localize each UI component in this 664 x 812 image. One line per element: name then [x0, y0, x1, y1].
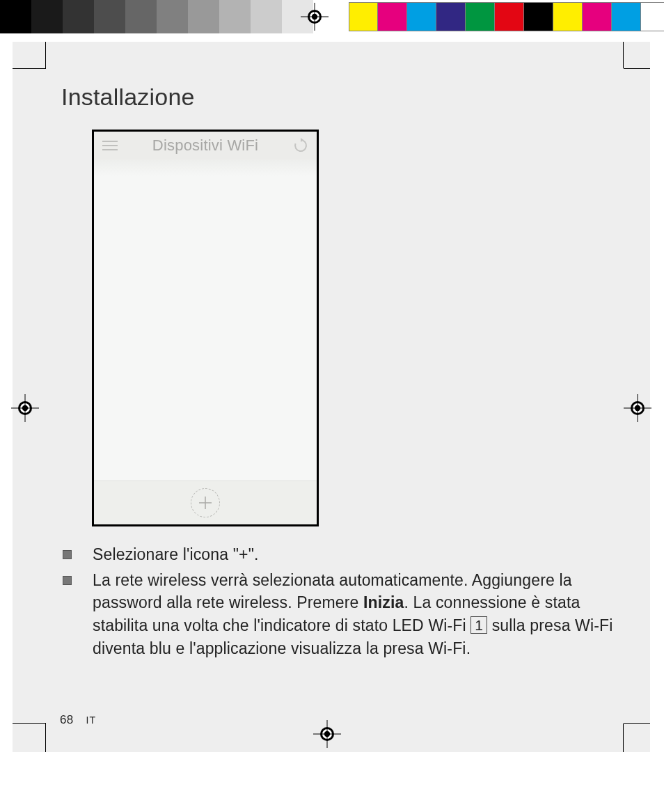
- list-item-text: La rete wireless verrà selezionata autom…: [93, 569, 615, 660]
- menu-icon[interactable]: [101, 136, 119, 155]
- trim-mark: [45, 42, 46, 68]
- instruction-list: Selezionare l'icona "+". La rete wireles…: [63, 543, 615, 662]
- page-body: Installazione Dispositivi WiFi: [13, 42, 650, 752]
- trim-mark: [623, 724, 624, 752]
- reference-box: 1: [471, 616, 487, 634]
- app-screenshot: Dispositivi WiFi: [92, 130, 319, 526]
- registration-mark-icon: [301, 3, 329, 31]
- colorbar-swatch: [553, 2, 583, 31]
- refresh-icon[interactable]: [292, 136, 310, 155]
- trim-mark: [624, 723, 650, 724]
- app-addbar: [94, 481, 317, 524]
- colorbar-swatch: [251, 0, 282, 33]
- list-item: La rete wireless verrà selezionata autom…: [63, 569, 615, 660]
- colorbar-swatch: [63, 0, 94, 33]
- trim-mark: [45, 724, 46, 752]
- colorbar-swatch: [407, 2, 436, 31]
- colorbar-swatch: [157, 0, 188, 33]
- trim-mark: [13, 68, 46, 69]
- calibration-colorbar: [0, 0, 664, 33]
- section-heading: Installazione: [61, 84, 195, 111]
- colorbar-swatch: [612, 2, 641, 31]
- text-bold: Inizia: [363, 593, 404, 611]
- list-item: Selezionare l'icona "+".: [63, 543, 615, 566]
- colorbar-swatch: [125, 0, 157, 33]
- colorbar-swatch: [188, 0, 219, 33]
- colorbar-swatch: [641, 2, 664, 31]
- app-body: [94, 159, 317, 481]
- colorbar-swatch: [466, 2, 495, 31]
- colorbar-swatch: [436, 2, 466, 31]
- colorbar-swatch: [583, 2, 612, 31]
- page-footer: 68 IT: [60, 713, 96, 727]
- colorbar-swatch: [378, 2, 407, 31]
- registration-mark-icon: [313, 720, 341, 748]
- trim-mark: [13, 723, 46, 724]
- print-page: Installazione Dispositivi WiFi: [0, 0, 664, 812]
- colorbar-swatch: [524, 2, 553, 31]
- trim-mark: [624, 68, 650, 69]
- colorbar-swatch: [31, 0, 63, 33]
- trim-mark: [623, 42, 624, 68]
- app-topbar: Dispositivi WiFi: [94, 132, 317, 159]
- colorbar-swatch: [219, 0, 251, 33]
- list-item-text: Selezionare l'icona "+".: [93, 543, 615, 566]
- page-language: IT: [86, 715, 96, 726]
- colorbar-swatch: [349, 2, 378, 31]
- plus-icon: [198, 495, 213, 510]
- registration-mark-icon: [624, 394, 651, 422]
- colorbar-swatch: [0, 0, 31, 33]
- app-title: Dispositivi WiFi: [119, 136, 292, 155]
- registration-mark-icon: [11, 394, 39, 422]
- colorbar-swatch: [495, 2, 524, 31]
- colorbar-swatch: [94, 0, 125, 33]
- bullet-icon: [63, 576, 72, 585]
- add-button[interactable]: [191, 488, 220, 517]
- page-number: 68: [60, 713, 74, 727]
- bullet-icon: [63, 550, 72, 559]
